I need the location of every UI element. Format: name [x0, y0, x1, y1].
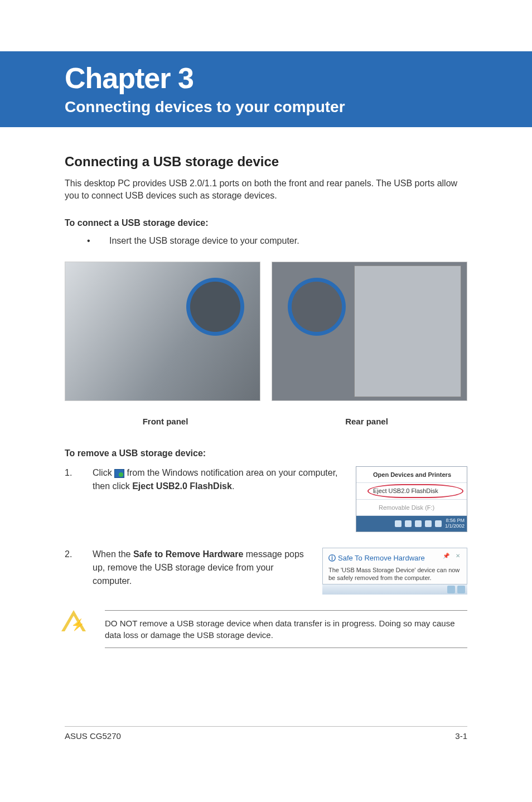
content-area: Connecting a USB storage device This des… — [0, 127, 532, 648]
front-panel-illustration — [65, 262, 260, 401]
rear-panel-illustration — [272, 262, 467, 401]
safe-popup-text: The 'USB Mass Storage Device' device can… — [328, 566, 461, 582]
removable-disk-item: Removable Disk (F:) — [356, 500, 467, 516]
tray-icon — [415, 520, 422, 527]
tail-icon — [457, 586, 465, 593]
warning-icon-wrap: ⚡ — [61, 610, 89, 632]
tail-icon — [447, 586, 455, 593]
connect-heading: To connect a USB storage device: — [65, 218, 467, 228]
step-1-text: Click from the Windows notification area… — [93, 466, 356, 533]
step-1-row: 1. Click from the Windows notification a… — [65, 466, 467, 533]
page-footer: ASUS CG5270 3-1 — [65, 726, 467, 741]
rear-panel-caption: Rear panel — [266, 417, 467, 426]
connect-bullet-row: • Insert the USB storage device to your … — [87, 236, 467, 246]
tray-icon — [425, 520, 432, 527]
safe-remove-popup: Safe To Remove Hardware The 'USB Mass St… — [322, 548, 467, 584]
eject-context-menu: Open Devices and Printers Eject USB2.0 F… — [356, 466, 467, 533]
safe-popup-title: Safe To Remove Hardware — [328, 553, 461, 564]
tray-icon — [395, 520, 402, 527]
safe-remove-figure: Safe To Remove Hardware The 'USB Mass St… — [322, 548, 467, 595]
eject-menu-figure: Open Devices and Printers Eject USB2.0 F… — [356, 466, 467, 533]
tray-icon — [435, 520, 442, 527]
usb-tray-icon — [114, 469, 124, 478]
front-panel-caption: Front panel — [65, 417, 266, 426]
step-2-number: 2. — [65, 548, 93, 595]
footer-page: 3-1 — [455, 731, 467, 741]
warning-icon: ⚡ — [61, 610, 86, 632]
footer-product: ASUS CG5270 — [65, 731, 121, 741]
taskbar-strip: 8:56 PM 1/1/2002 — [356, 516, 467, 532]
step-1-number: 1. — [65, 466, 93, 533]
step-2-text: When the Safe to Remove Hardware message… — [93, 548, 322, 595]
popup-close-icons — [443, 552, 462, 560]
chapter-banner: Chapter 3 Connecting devices to your com… — [0, 51, 532, 127]
open-devices-item: Open Devices and Printers — [356, 467, 467, 484]
warning-block: ⚡ DO NOT remove a USB storage device whe… — [65, 610, 467, 648]
eject-flashdisk-item: Eject USB2.0 FlashDisk — [356, 483, 467, 500]
remove-heading: To remove a USB storage device: — [65, 448, 467, 458]
figure-captions: Front panel Rear panel — [65, 417, 467, 426]
section-heading: Connecting a USB storage device — [65, 154, 467, 170]
bullet-marker: • — [87, 236, 109, 246]
connect-bullet-text: Insert the USB storage device to your co… — [109, 236, 299, 246]
chapter-title: Chapter 3 — [65, 61, 532, 95]
taskbar-clock: 8:56 PM 1/1/2002 — [445, 518, 465, 529]
figure-row — [65, 262, 467, 401]
step-2-row: 2. When the Safe to Remove Hardware mess… — [65, 548, 467, 595]
chapter-subtitle: Connecting devices to your computer — [65, 98, 532, 116]
warning-text: DO NOT remove a USB storage device when … — [105, 610, 467, 648]
popup-tail — [322, 584, 467, 595]
tray-icon — [405, 520, 412, 527]
intro-paragraph: This desktop PC provides USB 2.0/1.1 por… — [65, 177, 467, 202]
